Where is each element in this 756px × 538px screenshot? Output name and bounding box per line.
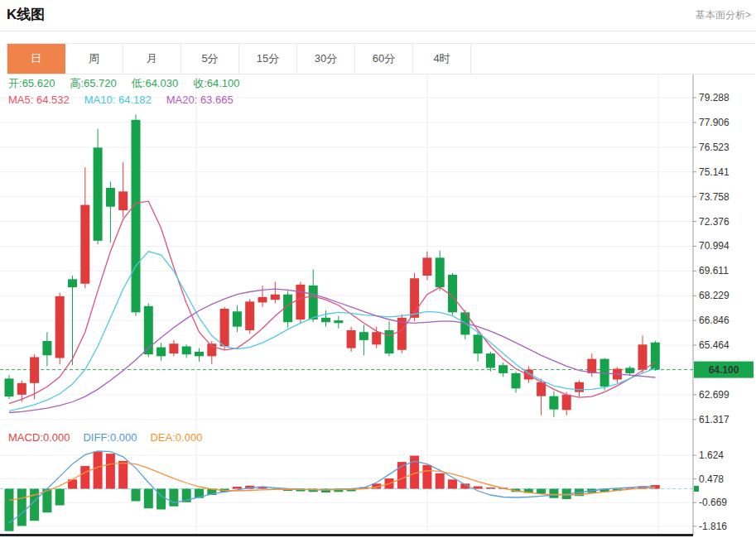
candle-body — [182, 346, 191, 354]
candle-body — [245, 301, 254, 330]
ma5-line — [9, 201, 655, 404]
candle-body — [94, 147, 103, 241]
candle-body — [309, 286, 318, 319]
macd-legend: MACD:0.000DIFF:0.000DEA:0.000 — [8, 431, 202, 444]
ohlc-legend-item: 开:65.620 — [8, 76, 55, 91]
tick-label: 62.699 — [699, 389, 730, 401]
legend-value: 65.620 — [22, 77, 55, 89]
candles-layer — [5, 114, 660, 417]
candle-body — [651, 343, 660, 370]
legend-value: 63.665 — [200, 94, 234, 106]
current-price-badge: 64.100 — [694, 362, 754, 378]
macd-bar — [144, 489, 153, 509]
candle-body — [474, 334, 483, 353]
candle-body — [625, 367, 634, 372]
candle-body — [5, 378, 14, 396]
candle-body — [638, 344, 648, 369]
candle-body — [359, 332, 368, 340]
legend-label: DIFF: — [83, 431, 110, 444]
badge-text: 64.100 — [709, 364, 739, 376]
tick-label: 75.141 — [699, 166, 730, 178]
tab-day[interactable]: 日 — [7, 44, 65, 74]
candle-body — [422, 257, 431, 276]
candle-body — [321, 318, 330, 322]
macd-bar — [436, 473, 445, 489]
header-divider — [0, 31, 756, 31]
tick-label: 72.376 — [699, 216, 730, 228]
legend-value: 64.030 — [145, 77, 178, 89]
page-title: K线图 — [7, 5, 45, 24]
legend-value: 0.000 — [176, 431, 203, 444]
candle-body — [17, 383, 26, 395]
macd-bar — [55, 489, 65, 506]
candle-body — [30, 357, 39, 382]
ma20-line — [9, 289, 655, 412]
candle-body — [436, 257, 445, 287]
candle-body — [207, 343, 216, 356]
legend-value: 0.000 — [43, 431, 70, 444]
candle-body — [498, 365, 508, 373]
candle-body — [587, 359, 596, 373]
tick-label: 68.229 — [699, 290, 730, 301]
tab-60min[interactable]: 60分 — [355, 44, 413, 74]
tick-label: -1.816 — [699, 521, 727, 532]
tab-week[interactable]: 周 — [65, 44, 123, 74]
candle-body — [549, 396, 558, 410]
legend-label: 开: — [8, 77, 22, 89]
candle-body — [575, 382, 584, 392]
tab-15min[interactable]: 15分 — [239, 44, 297, 74]
macd-bar — [5, 489, 14, 531]
macd-zero-marker — [694, 486, 699, 492]
candle-body — [195, 352, 204, 356]
candle-body — [80, 205, 89, 284]
fundamental-analysis-link[interactable]: 基本面分析> — [696, 8, 751, 22]
legend-value: 0.000 — [110, 431, 137, 444]
tick-label: 69.611 — [699, 265, 729, 276]
legend-label: MA20: — [166, 94, 200, 106]
legend-label: MACD: — [8, 431, 43, 444]
candle-body — [562, 395, 571, 410]
macd-bar — [132, 489, 141, 502]
ma10-line — [9, 252, 655, 411]
macd-bar — [106, 454, 115, 488]
tab-30min[interactable]: 30分 — [297, 44, 355, 74]
macd-bar — [422, 465, 431, 489]
candle-body — [132, 120, 141, 313]
macd-bar — [17, 489, 26, 526]
candle-body — [233, 311, 242, 326]
candle-body — [55, 296, 65, 358]
macd-bar — [448, 479, 457, 488]
tab-month[interactable]: 月 — [123, 44, 181, 74]
legend-value: 64.532 — [36, 94, 70, 106]
legend-label: 低: — [132, 77, 146, 89]
macd-legend-item: MACD:0.000 — [8, 431, 70, 444]
candle-body — [271, 295, 280, 300]
candle-body — [220, 309, 229, 346]
tick-label: 73.758 — [699, 191, 730, 203]
tick-label: -0.669 — [699, 497, 727, 508]
tick-label: 79.288 — [699, 92, 730, 103]
macd-bar — [118, 461, 128, 489]
tick-label: 77.906 — [699, 117, 730, 128]
candle-body — [42, 341, 51, 355]
candle-body — [512, 373, 521, 388]
candle-body — [144, 306, 153, 354]
period-tabs: 日周月5分15分30分60分4时 — [7, 43, 755, 74]
ma10-legend-item: MA10: 64.182 — [84, 94, 152, 106]
macd-bar — [94, 452, 103, 489]
candle-body — [486, 353, 495, 367]
legend-label: MA5: — [8, 94, 36, 106]
tick-label: 65.464 — [699, 339, 730, 351]
candle-body — [118, 191, 128, 210]
ohlc-legend: 开:65.620高:65.720低:64.030收:64.100 — [8, 76, 240, 91]
macd-histogram — [5, 452, 660, 531]
candle-body — [372, 332, 381, 344]
tab-4hour[interactable]: 4时 — [413, 44, 471, 74]
tick-label: 70.994 — [699, 240, 730, 252]
candle-body — [334, 320, 343, 323]
candle-body — [106, 188, 115, 207]
candle-body — [156, 348, 166, 357]
candle-body — [258, 297, 267, 302]
candle-body — [169, 343, 178, 353]
tab-5min[interactable]: 5分 — [181, 44, 239, 74]
